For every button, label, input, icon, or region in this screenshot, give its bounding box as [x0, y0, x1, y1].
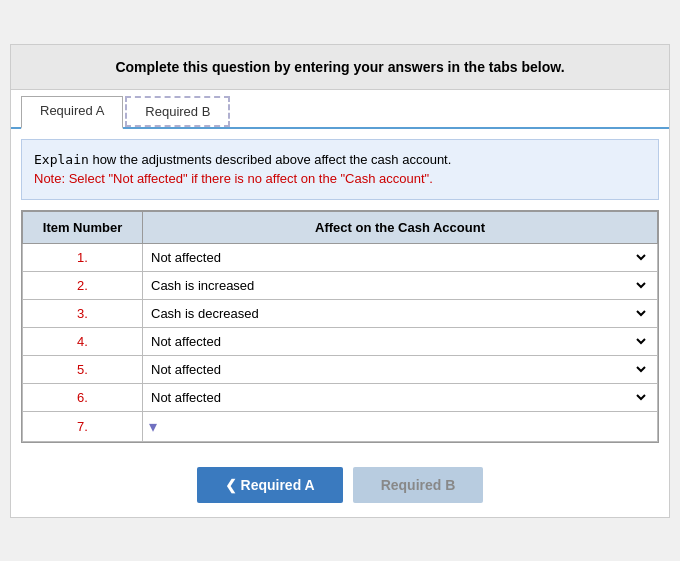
- tab-required-a[interactable]: Required A: [21, 96, 123, 129]
- table-row: 2.Not affectedCash is increasedCash is d…: [23, 271, 658, 299]
- table-wrapper: Item Number Affect on the Cash Account 1…: [21, 210, 659, 443]
- affect-cell[interactable]: Not affectedCash is increasedCash is dec…: [143, 327, 658, 355]
- prev-button[interactable]: ❮ Required A: [197, 467, 343, 503]
- footer-nav: ❮ Required A Required B: [11, 453, 669, 517]
- affect-table: Item Number Affect on the Cash Account 1…: [22, 211, 658, 442]
- table-row: 4.Not affectedCash is increasedCash is d…: [23, 327, 658, 355]
- tabs-row: Required A Required B: [11, 90, 669, 129]
- table-row: 7.▾: [23, 411, 658, 441]
- table-row: 3.Not affectedCash is increasedCash is d…: [23, 299, 658, 327]
- affect-cell[interactable]: Not affectedCash is increasedCash is dec…: [143, 271, 658, 299]
- instruction-main: Explain how the adjustments described ab…: [34, 150, 646, 170]
- affect-cell[interactable]: Not affectedCash is increasedCash is dec…: [143, 243, 658, 271]
- header-text: Complete this question by entering your …: [115, 59, 564, 75]
- col-affect: Affect on the Cash Account: [143, 211, 658, 243]
- item-number-cell: 2.: [23, 271, 143, 299]
- instruction-box: Explain how the adjustments described ab…: [21, 139, 659, 200]
- prev-label: ❮ Required A: [225, 477, 315, 493]
- col-item-number: Item Number: [23, 211, 143, 243]
- tab-required-b[interactable]: Required B: [125, 96, 230, 127]
- item-number-cell: 1.: [23, 243, 143, 271]
- affect-select[interactable]: Not affectedCash is increasedCash is dec…: [147, 277, 649, 294]
- header-banner: Complete this question by entering your …: [11, 45, 669, 90]
- affect-select[interactable]: Not affectedCash is increasedCash is dec…: [147, 249, 649, 266]
- dropdown-arrow-icon[interactable]: ▾: [149, 417, 157, 436]
- affect-cell[interactable]: Not affectedCash is increasedCash is dec…: [143, 355, 658, 383]
- affect-cell[interactable]: Not affectedCash is increasedCash is dec…: [143, 299, 658, 327]
- table-row: 5.Not affectedCash is increasedCash is d…: [23, 355, 658, 383]
- affect-select[interactable]: Not affectedCash is increasedCash is dec…: [147, 361, 649, 378]
- next-label: Required B: [381, 477, 456, 493]
- item-number-cell: 7.: [23, 411, 143, 441]
- affect-cell[interactable]: ▾: [143, 411, 658, 441]
- next-button: Required B: [353, 467, 484, 503]
- affect-cell[interactable]: Not affectedCash is increasedCash is dec…: [143, 383, 658, 411]
- table-row: 1.Not affectedCash is increasedCash is d…: [23, 243, 658, 271]
- table-row: 6.Not affectedCash is increasedCash is d…: [23, 383, 658, 411]
- affect-select[interactable]: Not affectedCash is increasedCash is dec…: [147, 305, 649, 322]
- item-number-cell: 5.: [23, 355, 143, 383]
- main-container: Complete this question by entering your …: [10, 44, 670, 518]
- affect-select[interactable]: Not affectedCash is increasedCash is dec…: [147, 389, 649, 406]
- item-number-cell: 6.: [23, 383, 143, 411]
- item-number-cell: 3.: [23, 299, 143, 327]
- instruction-note: Note: Select "Not affected" if there is …: [34, 169, 646, 189]
- item-number-cell: 4.: [23, 327, 143, 355]
- affect-select[interactable]: Not affectedCash is increasedCash is dec…: [147, 333, 649, 350]
